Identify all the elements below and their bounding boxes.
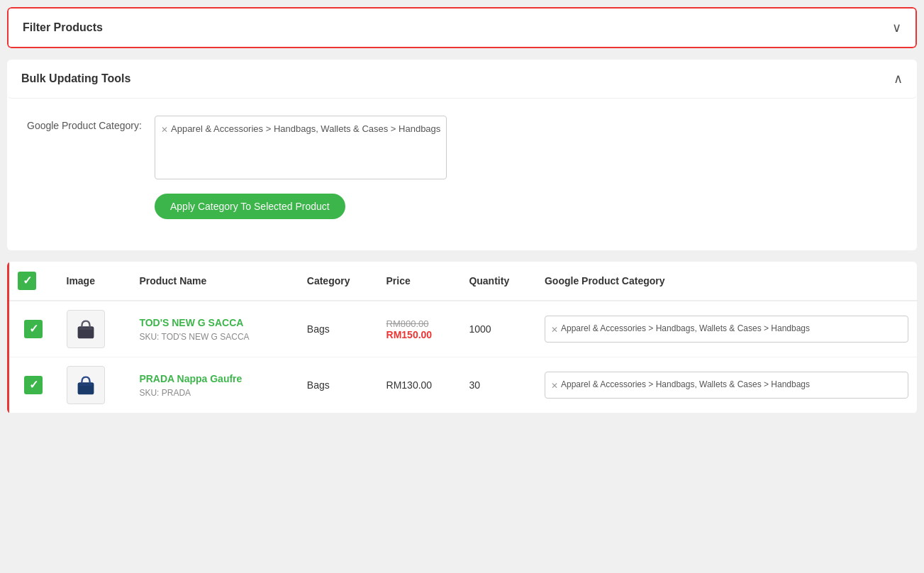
product-name-link[interactable]: TOD'S NEW G SACCA: [139, 317, 289, 328]
product-tag-remove-icon[interactable]: ✕: [551, 379, 558, 392]
row-checkmark-icon: ✓: [29, 323, 38, 335]
price-original: RM800.00: [386, 318, 452, 329]
apply-category-button[interactable]: Apply Category To Selected Product: [155, 194, 345, 219]
row-price-cell: RM800.00 RM150.00: [378, 301, 461, 357]
col-google-category: Google Product Category: [536, 262, 917, 301]
col-quantity: Quantity: [460, 262, 536, 301]
row-checkmark-icon: ✓: [29, 379, 38, 391]
products-section: ✓ Image Product Name Category Price Quan…: [7, 262, 917, 413]
row-google-category-cell: ✕ Apparel & Accessories > Handbags, Wall…: [536, 357, 917, 413]
col-category: Category: [299, 262, 378, 301]
table-row: ✓ PRADA Nappa Gaufre SKU: PRADA BagsRM13…: [9, 357, 918, 413]
bag-svg-icon: [72, 316, 99, 343]
product-sku: SKU: PRADA: [139, 388, 191, 398]
product-name-link[interactable]: PRADA Nappa Gaufre: [139, 373, 289, 384]
price-normal: RM130.00: [386, 379, 433, 391]
bulk-category-tag: ✕ Apparel & Accessories > Handbags, Wall…: [161, 122, 440, 136]
row-checkbox-0[interactable]: ✓: [24, 320, 43, 338]
row-image-cell: [58, 301, 131, 357]
row-checkbox-1[interactable]: ✓: [24, 376, 43, 394]
product-category-box[interactable]: ✕ Apparel & Accessories > Handbags, Wall…: [545, 316, 908, 343]
bulk-section-title: Bulk Updating Tools: [21, 72, 130, 85]
row-name-cell: PRADA Nappa Gaufre SKU: PRADA: [130, 357, 298, 413]
bag-svg-icon: [72, 372, 99, 399]
bulk-category-text: Apparel & Accessories > Handbags, Wallet…: [171, 122, 440, 136]
filter-products-header[interactable]: Filter Products ∨: [7, 7, 917, 48]
google-category-label: Google Product Category:: [27, 116, 155, 131]
col-price: Price: [378, 262, 461, 301]
header-checkbox-col: ✓: [9, 262, 58, 301]
row-category-cell: Bags: [299, 301, 378, 357]
row-quantity-cell: 1000: [460, 301, 536, 357]
product-image: [67, 366, 105, 404]
row-image-cell: [58, 357, 131, 413]
bulk-category-box[interactable]: ✕ Apparel & Accessories > Handbags, Wall…: [155, 116, 447, 179]
row-checkbox-cell: ✓: [9, 357, 58, 413]
bulk-tag-remove-icon[interactable]: ✕: [161, 123, 168, 136]
product-category-tag: ✕ Apparel & Accessories > Handbags, Wall…: [551, 378, 902, 392]
product-category-tag: ✕ Apparel & Accessories > Handbags, Wall…: [551, 322, 902, 336]
row-google-category-cell: ✕ Apparel & Accessories > Handbags, Wall…: [536, 301, 917, 357]
row-checkbox-cell: ✓: [9, 301, 58, 357]
bulk-chevron-icon: ∧: [894, 71, 903, 87]
table-header-row: ✓ Image Product Name Category Price Quan…: [9, 262, 918, 301]
row-price-cell: RM130.00: [378, 357, 461, 413]
row-category-cell: Bags: [299, 357, 378, 413]
products-tbody: ✓ TOD'S NEW G SACCA SKU: TOD'S NEW G SAC…: [9, 301, 918, 413]
svg-rect-3: [79, 384, 92, 386]
product-category-box[interactable]: ✕ Apparel & Accessories > Handbags, Wall…: [545, 372, 908, 399]
row-name-cell: TOD'S NEW G SACCA SKU: TOD'S NEW G SACCA: [130, 301, 298, 357]
quantity-text: 1000: [469, 323, 491, 335]
google-category-row: Google Product Category: ✕ Apparel & Acc…: [27, 116, 897, 179]
category-text: Bags: [307, 379, 330, 391]
svg-rect-1: [79, 328, 92, 330]
product-tag-remove-icon[interactable]: ✕: [551, 323, 558, 336]
apply-button-row: Apply Category To Selected Product: [27, 194, 897, 219]
product-category-text: Apparel & Accessories > Handbags, Wallet…: [561, 378, 810, 391]
header-checkmark-icon: ✓: [23, 275, 32, 286]
product-sku: SKU: TOD'S NEW G SACCA: [139, 332, 249, 342]
filter-products-title: Filter Products: [23, 21, 103, 34]
apply-button-spacer: [27, 194, 155, 198]
product-image: [67, 310, 105, 348]
quantity-text: 30: [469, 379, 480, 391]
products-table: ✓ Image Product Name Category Price Quan…: [7, 262, 917, 413]
filter-chevron-icon: ∨: [892, 20, 901, 35]
bulk-body: Google Product Category: ✕ Apparel & Acc…: [7, 99, 917, 250]
product-category-text: Apparel & Accessories > Handbags, Wallet…: [561, 322, 810, 335]
filter-products-section: Filter Products ∨: [7, 7, 917, 48]
col-image: Image: [58, 262, 131, 301]
price-discounted: RM150.00: [386, 329, 452, 340]
table-row: ✓ TOD'S NEW G SACCA SKU: TOD'S NEW G SAC…: [9, 301, 918, 357]
row-quantity-cell: 30: [460, 357, 536, 413]
bulk-section-header[interactable]: Bulk Updating Tools ∧: [7, 60, 917, 99]
col-product-name: Product Name: [130, 262, 298, 301]
category-text: Bags: [307, 323, 330, 335]
header-checkbox[interactable]: ✓: [18, 272, 36, 290]
bulk-updating-section: Bulk Updating Tools ∧ Google Product Cat…: [7, 60, 917, 250]
